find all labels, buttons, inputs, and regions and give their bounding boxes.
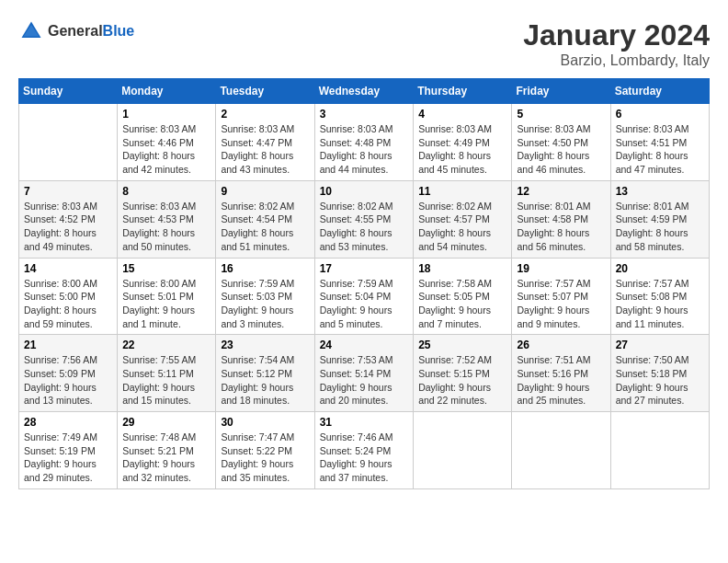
calendar-cell: 19Sunrise: 7:57 AMSunset: 5:07 PMDayligh… xyxy=(512,258,610,335)
calendar-cell: 2Sunrise: 8:03 AMSunset: 4:47 PMDaylight… xyxy=(216,104,314,181)
weekday-header-monday: Monday xyxy=(118,79,216,104)
weekday-header-sunday: Sunday xyxy=(19,79,118,104)
day-info: Sunrise: 8:03 AMSunset: 4:52 PMDaylight:… xyxy=(24,200,112,254)
calendar-cell: 20Sunrise: 7:57 AMSunset: 5:08 PMDayligh… xyxy=(610,258,709,335)
calendar-cell: 24Sunrise: 7:53 AMSunset: 5:14 PMDayligh… xyxy=(314,335,414,412)
calendar-cell: 8Sunrise: 8:03 AMSunset: 4:53 PMDaylight… xyxy=(118,180,216,258)
day-info: Sunrise: 7:52 AMSunset: 5:15 PMDaylight:… xyxy=(418,353,506,408)
day-number: 17 xyxy=(320,262,409,275)
day-info: Sunrise: 7:49 AMSunset: 5:19 PMDaylight:… xyxy=(24,431,112,485)
day-number: 7 xyxy=(24,185,112,198)
day-number: 31 xyxy=(320,416,409,429)
day-number: 15 xyxy=(122,262,210,275)
day-info: Sunrise: 7:47 AMSunset: 5:22 PMDaylight:… xyxy=(221,431,309,485)
calendar-cell: 28Sunrise: 7:49 AMSunset: 5:19 PMDayligh… xyxy=(19,412,118,489)
day-number: 13 xyxy=(616,185,704,198)
page-header: GeneralBlue January 2024 Barzio, Lombard… xyxy=(18,18,710,69)
calendar-cell: 23Sunrise: 7:54 AMSunset: 5:12 PMDayligh… xyxy=(216,335,314,412)
calendar-cell xyxy=(414,412,512,489)
calendar-cell: 21Sunrise: 7:56 AMSunset: 5:09 PMDayligh… xyxy=(19,335,118,412)
day-number: 30 xyxy=(221,416,309,429)
day-info: Sunrise: 7:46 AMSunset: 5:24 PMDaylight:… xyxy=(320,431,409,485)
day-number: 22 xyxy=(122,339,210,351)
day-number: 26 xyxy=(517,339,605,351)
weekday-header-row: SundayMondayTuesdayWednesdayThursdayFrid… xyxy=(19,79,710,104)
calendar-cell: 29Sunrise: 7:48 AMSunset: 5:21 PMDayligh… xyxy=(118,412,216,489)
day-info: Sunrise: 7:55 AMSunset: 5:11 PMDaylight:… xyxy=(122,353,210,408)
calendar-cell: 14Sunrise: 8:00 AMSunset: 5:00 PMDayligh… xyxy=(19,258,118,335)
day-info: Sunrise: 7:57 AMSunset: 5:08 PMDaylight:… xyxy=(616,277,704,331)
week-row-1: 1Sunrise: 8:03 AMSunset: 4:46 PMDaylight… xyxy=(19,104,710,181)
day-info: Sunrise: 7:53 AMSunset: 5:14 PMDaylight:… xyxy=(320,353,409,408)
day-info: Sunrise: 7:59 AMSunset: 5:04 PMDaylight:… xyxy=(320,277,409,331)
day-info: Sunrise: 8:01 AMSunset: 4:59 PMDaylight:… xyxy=(616,200,704,254)
calendar-cell: 5Sunrise: 8:03 AMSunset: 4:50 PMDaylight… xyxy=(512,104,610,181)
day-number: 2 xyxy=(221,108,309,121)
day-number: 20 xyxy=(616,262,704,275)
calendar-cell: 6Sunrise: 8:03 AMSunset: 4:51 PMDaylight… xyxy=(610,104,709,181)
weekday-header-wednesday: Wednesday xyxy=(314,79,414,104)
day-info: Sunrise: 8:01 AMSunset: 4:58 PMDaylight:… xyxy=(517,200,605,254)
weekday-header-friday: Friday xyxy=(512,79,610,104)
day-number: 19 xyxy=(517,262,605,275)
day-info: Sunrise: 8:03 AMSunset: 4:51 PMDaylight:… xyxy=(616,122,704,177)
day-info: Sunrise: 7:54 AMSunset: 5:12 PMDaylight:… xyxy=(221,353,309,408)
day-number: 6 xyxy=(616,108,704,121)
day-number: 28 xyxy=(24,416,112,429)
weekday-header-thursday: Thursday xyxy=(414,79,512,104)
day-info: Sunrise: 8:03 AMSunset: 4:49 PMDaylight:… xyxy=(418,122,506,177)
calendar-cell: 31Sunrise: 7:46 AMSunset: 5:24 PMDayligh… xyxy=(314,412,414,489)
calendar-cell: 10Sunrise: 8:02 AMSunset: 4:55 PMDayligh… xyxy=(314,180,414,258)
day-info: Sunrise: 8:02 AMSunset: 4:55 PMDaylight:… xyxy=(320,200,409,254)
calendar-cell: 12Sunrise: 8:01 AMSunset: 4:58 PMDayligh… xyxy=(512,180,610,258)
day-number: 24 xyxy=(320,339,409,351)
calendar-cell: 27Sunrise: 7:50 AMSunset: 5:18 PMDayligh… xyxy=(610,335,709,412)
day-info: Sunrise: 7:56 AMSunset: 5:09 PMDaylight:… xyxy=(24,353,112,408)
day-number: 1 xyxy=(122,108,210,121)
calendar-cell xyxy=(512,412,610,489)
day-info: Sunrise: 7:58 AMSunset: 5:05 PMDaylight:… xyxy=(418,277,506,331)
calendar-cell: 30Sunrise: 7:47 AMSunset: 5:22 PMDayligh… xyxy=(216,412,314,489)
week-row-2: 7Sunrise: 8:03 AMSunset: 4:52 PMDaylight… xyxy=(19,180,710,258)
day-number: 18 xyxy=(418,262,506,275)
calendar-cell: 25Sunrise: 7:52 AMSunset: 5:15 PMDayligh… xyxy=(414,335,512,412)
calendar-cell: 1Sunrise: 8:03 AMSunset: 4:46 PMDaylight… xyxy=(118,104,216,181)
calendar-cell: 26Sunrise: 7:51 AMSunset: 5:16 PMDayligh… xyxy=(512,335,610,412)
day-info: Sunrise: 7:50 AMSunset: 5:18 PMDaylight:… xyxy=(616,353,704,408)
week-row-5: 28Sunrise: 7:49 AMSunset: 5:19 PMDayligh… xyxy=(19,412,710,489)
logo: GeneralBlue xyxy=(18,18,134,44)
day-number: 10 xyxy=(320,185,409,198)
day-info: Sunrise: 8:02 AMSunset: 4:57 PMDaylight:… xyxy=(418,200,506,254)
day-number: 8 xyxy=(122,185,210,198)
day-info: Sunrise: 8:02 AMSunset: 4:54 PMDaylight:… xyxy=(221,200,309,254)
calendar-cell: 22Sunrise: 7:55 AMSunset: 5:11 PMDayligh… xyxy=(118,335,216,412)
location-title: Barzio, Lombardy, Italy xyxy=(523,52,710,69)
day-info: Sunrise: 8:03 AMSunset: 4:53 PMDaylight:… xyxy=(122,200,210,254)
day-number: 25 xyxy=(418,339,506,351)
day-number: 23 xyxy=(221,339,309,351)
day-number: 11 xyxy=(418,185,506,198)
day-number: 14 xyxy=(24,262,112,275)
calendar-cell: 4Sunrise: 8:03 AMSunset: 4:49 PMDaylight… xyxy=(414,104,512,181)
day-number: 21 xyxy=(24,339,112,351)
day-info: Sunrise: 8:03 AMSunset: 4:47 PMDaylight:… xyxy=(221,122,309,177)
logo-icon xyxy=(18,18,44,44)
month-title: January 2024 xyxy=(523,18,710,52)
calendar-cell xyxy=(610,412,709,489)
calendar-cell: 11Sunrise: 8:02 AMSunset: 4:57 PMDayligh… xyxy=(414,180,512,258)
calendar-cell: 16Sunrise: 7:59 AMSunset: 5:03 PMDayligh… xyxy=(216,258,314,335)
calendar-cell: 9Sunrise: 8:02 AMSunset: 4:54 PMDaylight… xyxy=(216,180,314,258)
calendar-cell: 15Sunrise: 8:00 AMSunset: 5:01 PMDayligh… xyxy=(118,258,216,335)
week-row-3: 14Sunrise: 8:00 AMSunset: 5:00 PMDayligh… xyxy=(19,258,710,335)
calendar-cell: 3Sunrise: 8:03 AMSunset: 4:48 PMDaylight… xyxy=(314,104,414,181)
day-number: 16 xyxy=(221,262,309,275)
day-info: Sunrise: 8:00 AMSunset: 5:01 PMDaylight:… xyxy=(122,277,210,331)
day-info: Sunrise: 8:03 AMSunset: 4:46 PMDaylight:… xyxy=(122,122,210,177)
day-number: 9 xyxy=(221,185,309,198)
weekday-header-saturday: Saturday xyxy=(610,79,709,104)
day-number: 5 xyxy=(517,108,605,121)
week-row-4: 21Sunrise: 7:56 AMSunset: 5:09 PMDayligh… xyxy=(19,335,710,412)
calendar-cell: 17Sunrise: 7:59 AMSunset: 5:04 PMDayligh… xyxy=(314,258,414,335)
day-info: Sunrise: 7:48 AMSunset: 5:21 PMDaylight:… xyxy=(122,431,210,485)
title-section: January 2024 Barzio, Lombardy, Italy xyxy=(523,18,710,69)
